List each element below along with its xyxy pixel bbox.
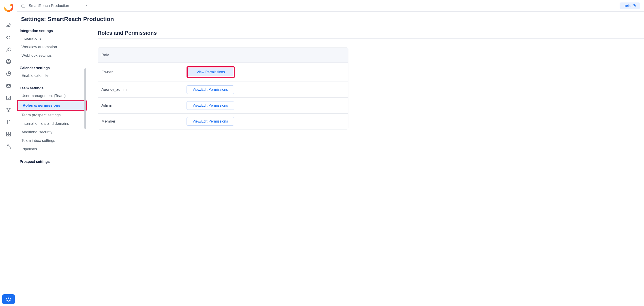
table-header-role: Role bbox=[98, 48, 348, 63]
svg-rect-11 bbox=[9, 134, 10, 136]
table-row: AdminView/Edit Permissions bbox=[98, 98, 348, 114]
people-icon[interactable] bbox=[6, 46, 12, 52]
settings-item[interactable]: Internal emails and domains bbox=[17, 120, 87, 128]
settings-item[interactable]: Pipelines bbox=[17, 145, 87, 154]
settings-item[interactable]: Webhook settings bbox=[17, 51, 87, 60]
role-actions: View/Edit Permissions bbox=[186, 85, 234, 94]
svg-rect-15 bbox=[22, 5, 25, 7]
trophy-icon[interactable] bbox=[6, 107, 12, 113]
user-circle-icon[interactable] bbox=[6, 59, 12, 64]
svg-point-5 bbox=[8, 60, 9, 62]
role-actions: View/Edit Permissions bbox=[186, 117, 234, 126]
megaphone-icon[interactable] bbox=[6, 34, 12, 40]
check-square-icon[interactable] bbox=[6, 95, 12, 101]
workspace-switcher[interactable]: SmartReach Production bbox=[21, 4, 87, 8]
role-name: Owner bbox=[102, 70, 182, 74]
view-permissions-button[interactable]: View Permissions bbox=[188, 68, 233, 76]
svg-rect-8 bbox=[6, 132, 8, 134]
help-button[interactable]: Help bbox=[620, 2, 640, 9]
svg-point-0 bbox=[4, 2, 13, 12]
role-actions: View/Edit Permissions bbox=[186, 101, 234, 110]
view-edit-permissions-button[interactable]: View/Edit Permissions bbox=[186, 117, 234, 126]
svg-point-13 bbox=[9, 147, 10, 148]
svg-point-3 bbox=[9, 48, 10, 49]
svg-rect-10 bbox=[6, 134, 8, 136]
table-row: Agency_adminView/Edit Permissions bbox=[98, 82, 348, 98]
table-row: OwnerView Permissions bbox=[98, 63, 348, 82]
gear-icon bbox=[6, 296, 11, 302]
settings-item[interactable]: Roles & permissions bbox=[18, 101, 86, 110]
settings-item[interactable]: Enable calendar bbox=[17, 72, 87, 80]
role-name: Admin bbox=[102, 103, 182, 108]
highlight-callout: Roles & permissions bbox=[17, 100, 87, 111]
settings-item[interactable]: Additional security bbox=[17, 128, 87, 136]
main-panel: Roles and Permissions Role OwnerView Per… bbox=[87, 27, 644, 306]
document-icon[interactable] bbox=[6, 119, 12, 125]
settings-item[interactable]: User management (Team) bbox=[17, 92, 87, 100]
settings-group-title: Team settings bbox=[17, 85, 87, 92]
app-logo bbox=[4, 2, 13, 12]
panel-heading: Roles and Permissions bbox=[98, 30, 644, 36]
help-label: Help bbox=[624, 4, 630, 8]
roles-table: Role OwnerView PermissionsAgency_adminVi… bbox=[98, 48, 348, 130]
svg-rect-9 bbox=[9, 132, 10, 134]
page-title: Settings: SmartReach Production bbox=[21, 12, 644, 27]
svg-rect-6 bbox=[6, 84, 10, 87]
settings-group-title: Calendar settings bbox=[17, 65, 87, 72]
role-name: Agency_admin bbox=[102, 87, 182, 92]
highlight-callout: View Permissions bbox=[186, 66, 235, 78]
settings-item[interactable]: Workflow automation bbox=[17, 43, 87, 51]
topbar: SmartReach Production Help bbox=[17, 0, 644, 12]
settings-button[interactable] bbox=[2, 294, 15, 304]
person-search-icon[interactable] bbox=[6, 143, 12, 149]
role-actions: View Permissions bbox=[186, 66, 235, 78]
view-edit-permissions-button[interactable]: View/Edit Permissions bbox=[186, 85, 234, 94]
scrollbar-thumb[interactable] bbox=[84, 68, 86, 129]
view-edit-permissions-button[interactable]: View/Edit Permissions bbox=[186, 101, 234, 110]
rocket-icon[interactable] bbox=[6, 22, 12, 28]
settings-item[interactable]: Team inbox settings bbox=[17, 136, 87, 145]
svg-point-12 bbox=[8, 145, 9, 146]
chevron-down-icon bbox=[84, 4, 87, 8]
workspace-name: SmartReach Production bbox=[29, 4, 69, 8]
rail-nav bbox=[6, 22, 12, 149]
settings-nav: Integration settingsIntegrationsWorkflow… bbox=[17, 27, 87, 306]
settings-group-title: Prospect settings bbox=[17, 158, 87, 165]
settings-item[interactable]: Integrations bbox=[17, 34, 87, 43]
settings-group-title: Integration settings bbox=[17, 28, 87, 34]
mail-icon[interactable] bbox=[6, 83, 12, 89]
svg-point-14 bbox=[8, 298, 9, 300]
svg-point-1 bbox=[10, 4, 11, 6]
help-circle-icon bbox=[632, 4, 636, 8]
svg-point-17 bbox=[634, 6, 634, 6]
svg-point-2 bbox=[7, 48, 8, 49]
table-row: MemberView/Edit Permissions bbox=[98, 114, 348, 129]
apps-icon[interactable] bbox=[6, 131, 12, 137]
briefcase-icon bbox=[21, 4, 26, 8]
settings-item[interactable]: Team prospect settings bbox=[17, 111, 87, 120]
role-name: Member bbox=[102, 119, 182, 124]
divider bbox=[98, 38, 644, 38]
svg-rect-7 bbox=[6, 96, 10, 100]
left-rail bbox=[0, 0, 17, 306]
pie-icon[interactable] bbox=[6, 71, 12, 76]
